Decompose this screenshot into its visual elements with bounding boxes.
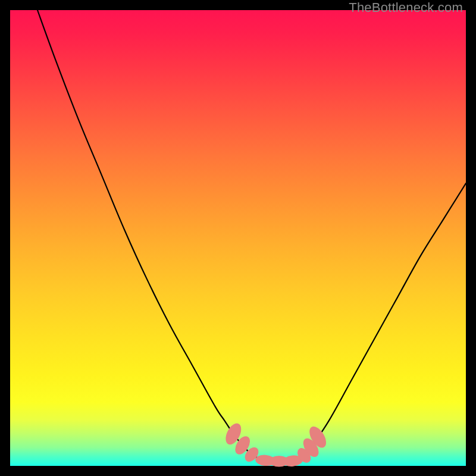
chart-frame: TheBottleneck.com (0, 0, 476, 476)
curve-path (37, 10, 466, 462)
bottleneck-curve (10, 10, 466, 466)
watermark-text: TheBottleneck.com (349, 0, 463, 15)
curve-beads (223, 421, 330, 467)
